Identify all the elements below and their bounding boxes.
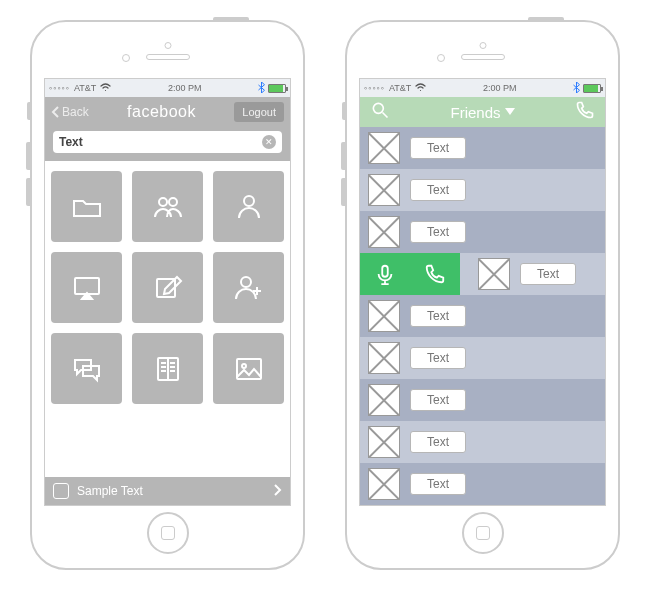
tile-notebook[interactable] [132,333,203,404]
tile-group[interactable] [132,171,203,242]
clock: 2:00 PM [426,83,573,93]
earpiece [146,54,190,60]
tile-person[interactable] [213,171,284,242]
status-bar: ◦◦◦◦◦ AT&T 2:00 PM [45,79,290,97]
row-button[interactable]: Text [410,347,466,369]
phone-icon [424,263,446,285]
list-row[interactable]: Text [360,127,605,169]
footer-row[interactable]: Sample Text [45,477,290,505]
phone-left: ◦◦◦◦◦ AT&T 2:00 PM Back facebook Logout [30,20,305,570]
row-button[interactable]: Text [410,179,466,201]
nav-title-dropdown[interactable]: Friends [396,104,569,121]
sensor-dot [122,54,130,62]
list-row[interactable]: Text [360,379,605,421]
wifi-icon [100,83,111,94]
row-button[interactable]: Text [410,305,466,327]
folder-icon [70,190,104,224]
list-row-swiped[interactable]: Text [360,253,605,295]
home-button[interactable] [147,512,189,554]
row-button[interactable]: Text [410,389,466,411]
search-icon [370,100,390,120]
notebook-icon [151,352,185,386]
list-row[interactable]: Text [360,211,605,253]
row-button[interactable]: Text [410,221,466,243]
signal-icon: ◦◦◦◦◦ [49,83,70,93]
avatar-placeholder [368,468,400,500]
tile-chat[interactable] [51,333,122,404]
avatar-placeholder [368,174,400,206]
volume-down[interactable] [341,178,347,206]
image-icon [232,352,266,386]
svg-point-0 [159,198,167,206]
list-row[interactable]: Text [360,421,605,463]
mute-switch[interactable] [27,102,32,120]
row-button[interactable]: Text [410,431,466,453]
camera-dot [164,42,171,49]
sensor-dot [437,54,445,62]
back-button[interactable]: Back [51,105,89,119]
row-button[interactable]: Text [410,473,466,495]
volume-down[interactable] [26,178,32,206]
nav-bar: Friends [360,97,605,127]
swipe-call[interactable] [410,253,460,295]
tile-folder[interactable] [51,171,122,242]
compose-icon [151,271,185,305]
svg-point-1 [169,198,177,206]
checkbox-icon[interactable] [53,483,69,499]
friend-list[interactable]: TextTextTextTextTextTextTextTextText [360,127,605,505]
list-row[interactable]: Text [360,295,605,337]
clear-icon[interactable]: ✕ [262,135,276,149]
airplay-icon [70,271,104,305]
swipe-mic[interactable] [360,253,410,295]
screen-left: ◦◦◦◦◦ AT&T 2:00 PM Back facebook Logout [44,78,291,506]
volume-up[interactable] [341,142,347,170]
chevron-left-icon [51,106,60,118]
call-button[interactable] [575,100,595,124]
power-button[interactable] [528,17,564,22]
carrier-label: AT&T [389,83,411,93]
bluetooth-icon [573,82,580,95]
svg-rect-10 [382,266,388,277]
carrier-label: AT&T [74,83,96,93]
avatar-placeholder [368,342,400,374]
row-button[interactable]: Text [520,263,576,285]
person-icon [232,190,266,224]
tile-add-friend[interactable] [213,252,284,323]
search-bar-container: ✕ [45,127,290,161]
nav-title: Friends [450,104,500,121]
svg-point-8 [242,364,246,368]
signal-icon: ◦◦◦◦◦ [364,83,385,93]
search-input[interactable] [59,135,262,149]
caret-down-icon [505,108,515,116]
power-button[interactable] [213,17,249,22]
search-box[interactable]: ✕ [53,131,282,153]
tile-image[interactable] [213,333,284,404]
logout-label: Logout [242,106,276,118]
add-person-icon [232,271,266,305]
phone-icon [575,100,595,120]
list-row[interactable]: Text [360,337,605,379]
logout-button[interactable]: Logout [234,102,284,122]
tile-grid [51,171,284,404]
avatar-placeholder [368,216,400,248]
bluetooth-icon [258,82,265,95]
list-row[interactable]: Text [360,169,605,211]
grid-container [45,161,290,477]
volume-up[interactable] [26,142,32,170]
tile-compose[interactable] [132,252,203,323]
svg-point-2 [244,196,254,206]
nav-bar: Back facebook Logout [45,97,290,127]
nav-title: facebook [95,103,229,121]
mute-switch[interactable] [342,102,347,120]
back-label: Back [62,105,89,119]
row-button[interactable]: Text [410,137,466,159]
search-button[interactable] [370,100,390,124]
mic-icon [374,263,396,285]
status-bar: ◦◦◦◦◦ AT&T 2:00 PM [360,79,605,97]
tile-airplay[interactable] [51,252,122,323]
home-button[interactable] [462,512,504,554]
avatar-placeholder [478,258,510,290]
chat-icon [70,352,104,386]
list-row[interactable]: Text [360,463,605,505]
earpiece [461,54,505,60]
